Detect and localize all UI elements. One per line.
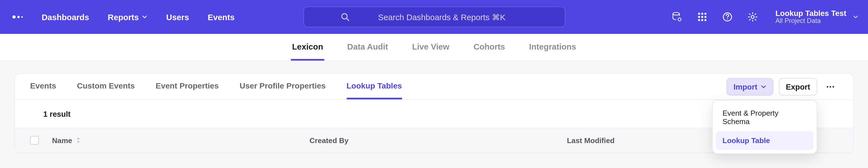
tab-label: Lookup Tables xyxy=(346,81,402,90)
chevron-down-icon xyxy=(761,84,766,89)
sort-icon xyxy=(75,137,81,143)
tab-label: Live View xyxy=(412,42,450,51)
import-button[interactable]: Import xyxy=(726,78,773,95)
column-label: Name xyxy=(52,136,72,144)
more-actions-button[interactable] xyxy=(823,78,838,95)
lexicon-subtabs-row: Events Custom Events Event Properties Us… xyxy=(15,74,854,100)
svg-rect-10 xyxy=(698,16,700,18)
svg-rect-14 xyxy=(701,19,703,21)
nav-events[interactable]: Events xyxy=(208,12,235,22)
tab-label: Custom Events xyxy=(77,81,135,90)
option-label: Lookup Table xyxy=(722,136,770,144)
tab-label: User Profile Properties xyxy=(240,81,326,90)
svg-rect-9 xyxy=(704,13,706,15)
more-horizontal-icon xyxy=(826,82,835,91)
select-all-checkbox[interactable] xyxy=(30,136,39,145)
database-settings-icon[interactable] xyxy=(671,11,682,23)
svg-rect-15 xyxy=(704,19,706,21)
nav-users[interactable]: Users xyxy=(166,12,189,22)
search-icon xyxy=(340,12,350,22)
column-header-name[interactable]: Name xyxy=(52,136,310,144)
nav-label: Reports xyxy=(108,12,139,22)
option-label: Event & Property Schema xyxy=(722,109,778,125)
svg-point-0 xyxy=(12,15,16,18)
lexicon-actions: Import Export xyxy=(726,78,838,95)
column-header-created-by[interactable]: Created By xyxy=(310,136,567,144)
tab-label: Event Properties xyxy=(156,81,219,90)
result-count-text: 1 result xyxy=(43,110,70,118)
nav-label: Users xyxy=(166,12,189,22)
tab-label: Integrations xyxy=(529,42,576,51)
nav-label: Events xyxy=(208,12,235,22)
svg-point-19 xyxy=(827,86,828,87)
nav-reports[interactable]: Reports xyxy=(108,12,148,22)
tab-label: Events xyxy=(30,81,56,90)
svg-point-18 xyxy=(751,15,754,18)
lexicon-card: Events Custom Events Event Properties Us… xyxy=(14,73,854,153)
svg-rect-11 xyxy=(701,16,703,18)
svg-rect-13 xyxy=(698,19,700,21)
top-nav: Dashboards Reports Users Events xyxy=(0,0,868,34)
help-icon[interactable] xyxy=(722,11,733,23)
svg-line-4 xyxy=(346,18,349,21)
tab-integrations[interactable]: Integrations xyxy=(528,34,577,61)
lexicon-tab-events[interactable]: Events xyxy=(30,74,56,99)
tab-cohorts[interactable]: Cohorts xyxy=(472,34,506,61)
svg-point-2 xyxy=(21,16,23,17)
export-button[interactable]: Export xyxy=(779,78,817,95)
search-input[interactable] xyxy=(355,12,528,22)
tab-lexicon[interactable]: Lexicon xyxy=(291,34,324,61)
nav-dashboards[interactable]: Dashboards xyxy=(41,12,89,22)
project-title: Lookup Tables Test xyxy=(775,9,846,17)
svg-point-1 xyxy=(18,16,20,18)
lexicon-tab-event-properties[interactable]: Event Properties xyxy=(156,74,219,99)
tab-label: Lexicon xyxy=(292,42,323,51)
tab-live-view[interactable]: Live View xyxy=(411,34,451,61)
nav-label: Dashboards xyxy=(41,12,89,22)
svg-rect-8 xyxy=(701,13,703,15)
svg-point-21 xyxy=(833,86,834,87)
lexicon-tab-custom-events[interactable]: Custom Events xyxy=(77,74,135,99)
import-option-lookup-table[interactable]: Lookup Table xyxy=(716,131,813,150)
import-dropdown: Event & Property Schema Lookup Table xyxy=(712,100,817,154)
button-label: Export xyxy=(786,82,810,91)
tab-data-audit[interactable]: Data Audit xyxy=(346,34,389,61)
chevron-down-icon xyxy=(142,14,148,20)
chevron-down-icon xyxy=(853,14,859,20)
tab-label: Cohorts xyxy=(474,42,505,51)
lexicon-tab-user-profile-properties[interactable]: User Profile Properties xyxy=(240,74,326,99)
button-label: Import xyxy=(734,82,757,91)
svg-rect-7 xyxy=(698,13,700,15)
svg-point-20 xyxy=(830,86,831,87)
settings-gear-icon[interactable] xyxy=(747,11,758,23)
app-logo-icon[interactable] xyxy=(10,9,25,25)
svg-point-17 xyxy=(727,18,728,19)
section-tabs: Lexicon Data Audit Live View Cohorts Int… xyxy=(0,34,868,61)
tab-label: Data Audit xyxy=(347,42,388,51)
apps-grid-icon[interactable] xyxy=(696,11,708,23)
top-nav-right: Lookup Tables Test All Project Data xyxy=(671,9,859,25)
import-option-schema[interactable]: Event & Property Schema xyxy=(716,103,813,131)
primary-nav: Dashboards Reports Users Events xyxy=(41,12,235,22)
column-label: Last Modified xyxy=(567,136,615,144)
lexicon-tab-lookup-tables[interactable]: Lookup Tables xyxy=(346,74,402,99)
global-search[interactable] xyxy=(303,6,565,27)
column-label: Created By xyxy=(310,136,349,144)
project-subtitle: All Project Data xyxy=(775,17,846,25)
project-switcher[interactable]: Lookup Tables Test All Project Data xyxy=(772,9,859,25)
svg-rect-12 xyxy=(704,16,706,18)
svg-point-5 xyxy=(673,12,679,15)
